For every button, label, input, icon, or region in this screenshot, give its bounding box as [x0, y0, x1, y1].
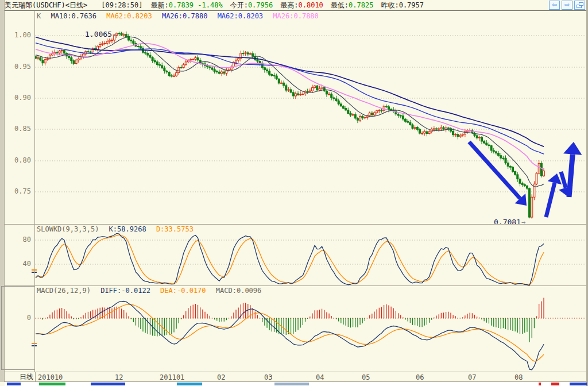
ma10-label: MA10:0.7636 [51, 12, 96, 20]
macd-hist-value: MACD:0.0096 [216, 287, 261, 295]
symbol-title: 美元瑞郎(USDCHF)<日线> [5, 1, 87, 10]
x-axis-month-label: 201010 [38, 373, 63, 381]
slowkd-label-row: SLOWKD(9,3,3,5) K:58.9268 D:33.5753 [37, 225, 199, 233]
sliver-fragment [570, 383, 587, 385]
background-window-sliver [5, 382, 586, 386]
quote-open: 今开:0.7956 [230, 1, 273, 10]
trend-arrow-annotations[interactable] [469, 142, 582, 217]
annotation-arrow-icon: → [521, 218, 525, 224]
sliver-fragment [539, 383, 541, 385]
macd-pane-selection-box [1, 286, 35, 370]
macd-pane[interactable] [0, 285, 588, 372]
back-arrow-icon[interactable]: ⇦ [549, 1, 560, 10]
main-y-tick-label: 1.00 [3, 31, 31, 39]
quote-low: 最低:0.7825 [331, 1, 374, 10]
macd-dea-value: DEA:-0.0170 [160, 287, 206, 295]
x-axis-month-label: 201101 [160, 373, 184, 381]
ma62-label: MA62:0.8203 [106, 12, 152, 20]
candlestick-series [35, 32, 545, 219]
ma-line-ma10 [36, 37, 544, 187]
sliver-fragment [177, 383, 202, 385]
main-y-tick-label: 0.75 [3, 187, 31, 195]
main-y-tick-label: 0.80 [3, 156, 31, 164]
kd-y-tick-label: 40 [3, 260, 31, 268]
k-chart-label: K [37, 12, 41, 20]
quote-time: [09:28:50] [101, 1, 142, 9]
main-candlestick-pane[interactable]: 1.0065→0.7081→ [0, 11, 588, 224]
trend-arrow-shaft [561, 172, 566, 188]
kd-y-tick-label: 80 [3, 236, 31, 244]
x-axis-month-label: 06 [416, 373, 424, 381]
quote-high: 最高:0.8010 [280, 1, 323, 10]
trend-arrow-shaft [546, 183, 555, 217]
annotation-arrow-icon: → [113, 30, 117, 38]
x-axis-month-label: 05 [362, 373, 370, 381]
kd-k-line [36, 233, 544, 285]
quote-last: 最新:0.7839 -1.48% [151, 1, 223, 10]
ma62b-label: MA62:0.8203 [218, 12, 263, 20]
main-y-tick-label: 0.95 [3, 63, 31, 71]
ma-label-row: K MA10:0.7636 MA62:0.8203 MA26:0.7880 MA… [37, 12, 324, 20]
macd-histogram [42, 298, 544, 342]
ma26-label: MA26:0.7880 [162, 12, 207, 20]
y-axis-divider [34, 11, 35, 372]
sliver-fragment [7, 383, 21, 385]
quote-prev-close: 昨收:0.7957 [381, 1, 424, 10]
header-toolbar: ⇦ ⇨ [549, 1, 585, 10]
macd-y-tick-label: 0 [3, 314, 31, 322]
sliver-fragment [274, 383, 309, 385]
x-axis-month-label: 02 [217, 373, 225, 381]
trend-arrow-shaft [569, 155, 572, 197]
period-selector-cell[interactable]: 日线 [5, 372, 36, 381]
x-axis-month-label: 03 [264, 373, 272, 381]
slowkd-d-value: D:33.5753 [156, 225, 194, 233]
forward-arrow-icon[interactable]: ⇨ [562, 1, 572, 10]
price-annotation: 0.7081 [494, 218, 521, 224]
x-axis-month-label: 08 [514, 373, 523, 381]
cascade-windows-icon[interactable] [574, 1, 585, 10]
pane-divider-main-kd[interactable] [5, 224, 586, 225]
sliver-fragment [39, 383, 65, 385]
slowkd-pane[interactable] [0, 224, 588, 285]
quote-header-bar: 美元瑞郎(USDCHF)<日线> [09:28:50] 最新:0.7839 -1… [5, 0, 586, 11]
trend-arrow-head [563, 142, 582, 155]
main-y-tick-label: 0.90 [3, 94, 31, 102]
plot-bottom-border [5, 372, 586, 372]
macd-label-row: MACD(26,12,9) DIFF:-0.0122 DEA:-0.0170 M… [37, 287, 267, 295]
x-axis-month-label: 04 [316, 373, 324, 381]
main-y-tick-label: 0.85 [3, 125, 31, 133]
macd-params-label: MACD(26,12,9) [37, 287, 91, 295]
x-axis-month-label: 07 [468, 373, 476, 381]
ma26b-label: MA26:0.7880 [273, 12, 318, 20]
pane-divider-kd-macd[interactable] [5, 285, 586, 286]
macd-diff-value: DIFF:-0.0122 [100, 287, 150, 295]
sliver-fragment [91, 383, 125, 385]
kd-d-line [36, 235, 544, 285]
price-annotation: 1.0065 [85, 30, 112, 38]
slowkd-k-value: K:58.9268 [109, 225, 146, 233]
sliver-fragment [551, 383, 559, 385]
ma-line-ma26 [36, 44, 544, 169]
x-axis-month-label: 12 [115, 373, 123, 381]
slowkd-params-label: SLOWKD(9,3,3,5) [37, 225, 99, 233]
